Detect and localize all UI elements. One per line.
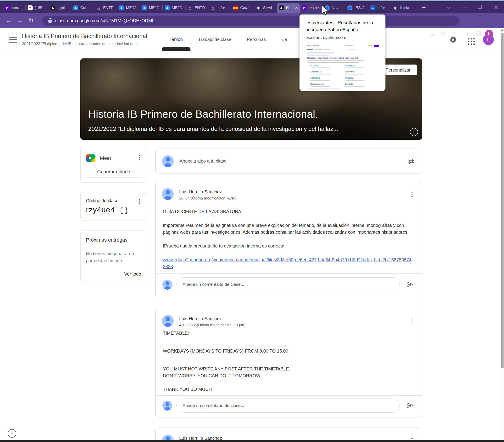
send-comment-icon[interactable] <box>406 280 414 289</box>
class-code-card: Código de clase rzy4ue4 <box>80 192 147 221</box>
post-menu-kebab-icon[interactable] <box>407 189 417 199</box>
url-text[interactable]: classroom.google.com/c/NTM1MzQzODEzODM0 <box>55 18 155 23</box>
post-paragraph: THANK YOU SO MUCH <box>163 386 412 393</box>
blue-circle-icon <box>348 5 352 10</box>
post-menu-kebab-icon[interactable] <box>407 316 417 326</box>
tab-label: Curs <box>80 6 92 10</box>
announce-placeholder[interactable]: Anuncia algo a tu clase <box>180 159 226 164</box>
browser-tab[interactable]: M(185 <box>26 3 48 13</box>
reload-button[interactable]: ↻ <box>26 13 36 28</box>
meet-camera-icon <box>86 154 95 162</box>
help-button[interactable]: ? <box>8 429 16 438</box>
yahoo-logo-mark <box>374 45 379 47</box>
tab-label: corre <box>12 6 23 10</box>
divider <box>156 395 422 396</box>
reuse-post-icon[interactable]: ⇄ <box>408 157 414 166</box>
tab-preview-popup: ies cervantes - Resultados de la búsqued… <box>299 15 385 91</box>
browser-tab[interactable]: ◆MEJC <box>117 3 140 13</box>
screen: y!corre M(185 Sdgbi ◆Curs ⌂ENTR ◆MEJC ◆M… <box>0 0 504 442</box>
thumb-sitelink: El centro <box>310 65 345 71</box>
tab-strip: y!corre M(185 Sdgbi ◆Curs ⌂ENTR ◆MEJC ◆M… <box>3 3 414 13</box>
post-paragraph: !Prueba que la pregunta de tu evaluación… <box>163 242 412 249</box>
thumb-sitelink: Secretaría <box>310 77 345 83</box>
browser-tab[interactable]: Sdgbi <box>48 3 71 13</box>
send-comment-icon[interactable] <box>406 402 414 410</box>
browser-tab[interactable]: ◆Curs <box>71 3 94 13</box>
tab-personas[interactable]: Personas <box>239 28 274 51</box>
stream-post: Luis Horrillo Sanchez 26 jun (Última mod… <box>156 181 422 298</box>
scrollbar[interactable] <box>500 28 504 440</box>
forward-button[interactable]: → <box>15 13 25 28</box>
classroom-nav: Tablón Trabajo de clase Personas Ca <box>162 28 295 51</box>
browser-tab[interactable]: ⌂Infor <box>208 3 231 13</box>
browser-tab[interactable]: ZInfor <box>368 3 391 13</box>
install-icon[interactable] <box>427 26 437 41</box>
close-tab-icon[interactable]: × <box>295 5 298 10</box>
browser-tab[interactable]: ◆MEJC <box>140 3 163 13</box>
globe-icon: ⊕ <box>256 5 261 10</box>
meet-menu-kebab-icon[interactable] <box>135 153 143 162</box>
generate-link-button[interactable]: Generar enlace <box>86 166 141 178</box>
class-code-menu-kebab-icon[interactable] <box>135 198 143 206</box>
comment-input[interactable]: Añade un comentario de clase... <box>176 277 400 292</box>
address-bar[interactable]: classroom.google.com/c/NTM1MzQzODEzODM0 <box>42 16 459 26</box>
post-author[interactable]: Luis Horrillo Sanchez <box>179 316 222 321</box>
post-paragraph: TIMETABLE: <box>163 330 412 336</box>
browser-tab[interactable]: y!corre <box>3 3 26 13</box>
tab-tablon[interactable]: Tablón <box>162 28 191 51</box>
thumb-sitelink: Actividades <box>345 65 379 71</box>
class-titles[interactable]: Historia IB Primero de Bachillerato Inte… <box>22 33 158 46</box>
window-menu-chevron-icon[interactable] <box>441 1 456 13</box>
fullscreen-icon[interactable] <box>120 207 127 214</box>
browser-menu-kebab-icon[interactable] <box>495 26 504 41</box>
stream-post: Luis Horrillo Sanchez 4 jul 2022 (Última… <box>156 308 422 418</box>
post-link[interactable]: www.educa2.madrid.org/web/educamadrid/pr… <box>163 256 412 270</box>
education-icon: ◆ <box>165 5 170 10</box>
tab-trabajo-de-clase[interactable]: Trabajo de clase <box>191 28 239 51</box>
browser-profile-avatar[interactable]: L <box>485 30 493 38</box>
extensions-puzzle-icon[interactable] <box>462 26 473 41</box>
browser-tab[interactable]: Catal <box>231 3 254 13</box>
lock-icon[interactable] <box>48 20 52 23</box>
main-menu-hamburger-icon[interactable] <box>9 37 17 43</box>
browser-titlebar: y!corre M(185 Sdgbi ◆Curs ⌂ENTR ◆MEJC ◆M… <box>0 1 504 13</box>
class-subtitle: 2021/2022 "El diploma del IB es para ama… <box>22 42 158 46</box>
post-paragraph: Importante resumen de la asignatura con … <box>163 222 412 236</box>
tab-label: ENTR <box>103 6 115 10</box>
building-icon: ⌂ <box>210 5 215 10</box>
tab-label: MEJC <box>172 6 183 10</box>
browser-tab[interactable]: ◆MEJC <box>163 3 186 13</box>
tab-calificaciones[interactable]: Ca <box>274 28 295 51</box>
minimize-button[interactable] <box>456 1 472 13</box>
announce-composer[interactable]: Anuncia algo a tu clase ⇄ <box>156 148 422 173</box>
post-author[interactable]: Luis Horrillo Sanchez <box>179 189 222 195</box>
share-icon[interactable] <box>438 26 449 41</box>
comment-input[interactable]: Añade un comentario de clase... <box>176 399 400 413</box>
thumb-search-query: ies cervantes <box>307 45 319 47</box>
z-icon: Z <box>370 5 375 10</box>
user-avatar <box>162 401 172 410</box>
tab-label: Infor <box>377 6 389 10</box>
browser-tab[interactable]: ⊕Servi <box>254 3 277 13</box>
browser-tab-active[interactable]: ♟H× <box>277 3 300 13</box>
tab-label: MEJC <box>126 6 138 10</box>
post-line: DON´T WORRY. YOU CAN DO IT TOMORROW! <box>163 373 261 378</box>
scrollbar-thumb[interactable] <box>501 33 504 368</box>
tab-label: Infor <box>217 6 229 10</box>
post-date: 4 jul 2022 (Última modificación: 19 jun) <box>179 323 245 327</box>
education-icon: ◆ <box>119 5 124 10</box>
view-all-link[interactable]: Ver todo <box>124 272 141 277</box>
browser-tab[interactable]: ⊕Inicia <box>391 3 414 13</box>
tab-label: dgbi <box>57 6 69 10</box>
back-button[interactable]: ← <box>4 13 14 28</box>
browser-tab[interactable]: ⌂ENTR <box>94 3 117 13</box>
new-tab-button[interactable]: + <box>420 4 428 11</box>
browser-tab[interactable]: ⌂ENTR <box>186 3 208 13</box>
close-window-button[interactable] <box>488 1 504 13</box>
browser-tab[interactable]: IES C <box>346 3 368 13</box>
bookmark-star-icon[interactable]: ☆ <box>449 26 460 41</box>
info-icon[interactable]: i <box>410 128 418 136</box>
browser-tab-hovered[interactable]: y!ies ce <box>300 3 323 13</box>
side-panel-icon[interactable] <box>473 26 484 41</box>
restore-button[interactable] <box>472 1 488 13</box>
